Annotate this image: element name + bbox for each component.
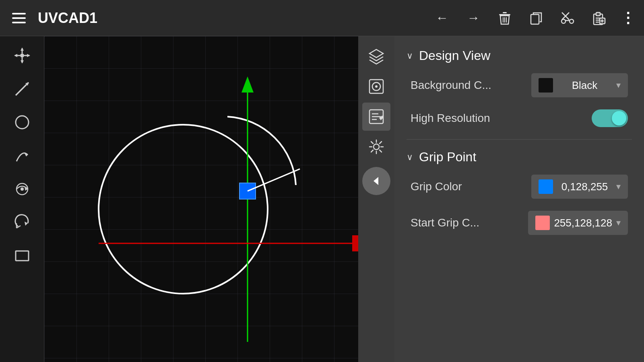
start-grip-color-row: Start Grip C... 255,128,128 ▾	[407, 211, 632, 235]
back-button[interactable]: ←	[432, 8, 452, 28]
circle-tool-button[interactable]	[6, 107, 38, 137]
canvas-area[interactable]	[44, 36, 358, 362]
forward-button[interactable]: →	[464, 8, 483, 28]
toggle-track	[592, 109, 628, 127]
svg-point-31	[21, 187, 24, 191]
background-color-row: Background C... Black ▾	[407, 73, 632, 97]
svg-rect-0	[499, 14, 510, 15]
view-panel-button[interactable]	[362, 72, 390, 101]
design-view-title: Design View	[419, 48, 490, 63]
section-divider-1	[407, 139, 632, 140]
high-resolution-toggle[interactable]	[592, 109, 628, 127]
svg-point-37	[99, 125, 268, 294]
grip-point-section-header[interactable]: ∨ Grip Point	[407, 150, 632, 165]
svg-marker-24	[27, 54, 30, 57]
orbit-tool-button[interactable]	[6, 174, 38, 204]
background-color-dropdown[interactable]: Black ▾	[531, 73, 628, 97]
start-grip-color-arrow: ▾	[616, 218, 621, 228]
svg-point-9	[570, 19, 574, 23]
svg-point-8	[561, 19, 566, 23]
right-icon-panel	[358, 36, 394, 362]
start-grip-color-dropdown[interactable]: 255,128,128 ▾	[528, 211, 628, 235]
start-grip-color-value: 255,128,128	[554, 217, 612, 229]
delete-button[interactable]	[495, 8, 514, 28]
grip-point-title: Grip Point	[419, 150, 476, 165]
background-color-value: Black	[557, 79, 612, 92]
svg-line-43	[248, 169, 300, 191]
svg-marker-33	[25, 222, 28, 226]
start-grip-color-swatch	[535, 216, 550, 230]
header-left: UVCAD1	[8, 9, 97, 27]
layers-panel-button[interactable]	[362, 42, 390, 70]
background-color-control: Black ▾	[531, 73, 628, 97]
toggle-thumb	[612, 111, 626, 125]
background-color-arrow: ▾	[616, 80, 621, 90]
properties-panel: ∨ Design View Background C... Black ▾ Hi…	[394, 36, 644, 362]
settings-panel-button[interactable]	[362, 133, 390, 161]
start-grip-color-label: Start Grip C...	[411, 216, 479, 229]
menu-button[interactable]	[8, 9, 30, 27]
app-title: UVCAD1	[38, 10, 97, 27]
grip-color-label: Grip Color	[411, 180, 462, 193]
background-color-label: Background C...	[411, 79, 491, 92]
svg-point-47	[375, 85, 378, 88]
svg-marker-22	[21, 60, 24, 64]
grip-color-arrow: ▾	[616, 181, 621, 192]
edit-panel-button[interactable]	[362, 103, 390, 131]
line-tool-button[interactable]	[6, 74, 38, 104]
header-bar: UVCAD1 ← →	[0, 0, 644, 36]
design-view-section-header[interactable]: ∨ Design View	[407, 48, 632, 63]
grip-color-control: 0,128,255 ▾	[531, 175, 628, 199]
grip-point-chevron: ∨	[407, 152, 413, 162]
paste-button[interactable]	[589, 8, 609, 28]
grip-color-swatch	[539, 179, 553, 194]
svg-rect-36	[16, 251, 29, 261]
svg-marker-44	[369, 49, 383, 58]
svg-rect-1	[503, 12, 507, 13]
start-grip-color-control: 255,128,128 ▾	[528, 211, 628, 235]
more-menu-button[interactable]: ⋮	[621, 10, 636, 27]
move-tool-button[interactable]	[6, 40, 38, 70]
svg-marker-39	[242, 76, 254, 93]
high-resolution-control	[592, 109, 628, 127]
svg-point-28	[16, 116, 29, 129]
drawing-canvas	[44, 36, 358, 362]
header-right: ← →	[432, 8, 636, 28]
svg-marker-54	[374, 177, 378, 185]
high-resolution-row: High Resolution	[407, 109, 632, 127]
svg-marker-21	[21, 47, 24, 51]
svg-rect-25	[21, 54, 24, 57]
rotate-tool-button[interactable]	[6, 207, 38, 237]
svg-rect-42	[352, 235, 358, 251]
grip-color-value: 0,128,255	[557, 181, 612, 193]
collapse-panel-button[interactable]	[362, 167, 390, 195]
svg-point-53	[374, 144, 379, 150]
main-area: ∨ Design View Background C... Black ▾ Hi…	[0, 36, 644, 362]
grip-color-row: Grip Color 0,128,255 ▾	[407, 175, 632, 199]
design-view-chevron: ∨	[407, 51, 413, 61]
cut-button[interactable]	[558, 8, 577, 28]
copy-button[interactable]	[526, 8, 546, 28]
arc-tool-button[interactable]	[6, 140, 38, 171]
svg-rect-5	[531, 14, 539, 24]
high-resolution-label: High Resolution	[411, 112, 490, 125]
svg-rect-12	[596, 12, 600, 16]
grip-color-dropdown[interactable]: 0,128,255 ▾	[531, 175, 628, 199]
background-color-swatch	[539, 78, 553, 93]
rect-tool-button[interactable]	[6, 241, 38, 271]
svg-marker-23	[14, 54, 17, 57]
left-toolbar	[0, 36, 44, 362]
